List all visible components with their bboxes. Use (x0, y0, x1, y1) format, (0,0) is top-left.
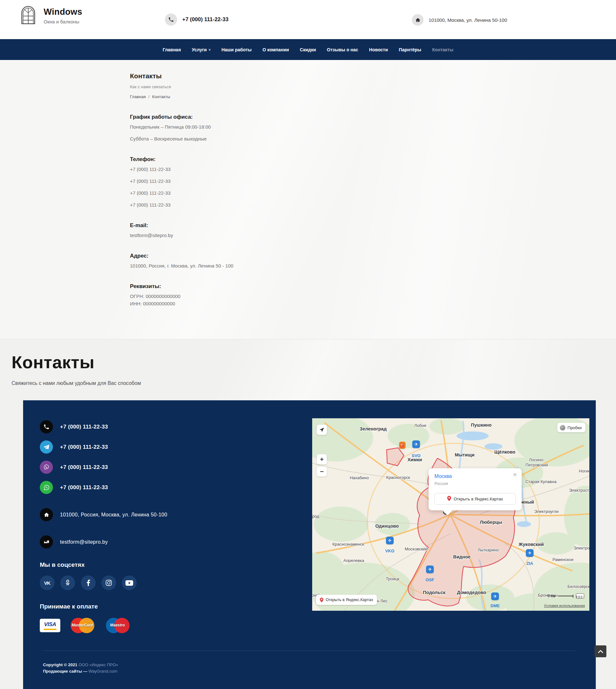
airport-icon-OSF: ✈ (426, 565, 434, 573)
zoom-out-button[interactable]: − (317, 466, 327, 477)
address-value: 101000, Россия, г. Москва, ул. Ленина 50… (130, 263, 616, 268)
traffic-icon (560, 425, 565, 430)
breadcrumb-separator: / (148, 94, 150, 99)
requisites-heading: Реквизиты: (130, 283, 616, 290)
visa-stripe (44, 629, 57, 630)
footer-viber-row[interactable]: +7 (000) 111-22-33 (40, 461, 312, 474)
phone-icon (165, 14, 177, 26)
nav-item-Отзывы о нас[interactable]: Отзывы о нас (327, 47, 358, 52)
header-phone[interactable]: +7 (000) 111-22-33 (165, 14, 228, 26)
footer-phone-value: +7 (000) 111-22-33 (60, 424, 108, 430)
zoom-in-button[interactable]: + (317, 454, 327, 464)
copyright: Copyright © 2021 ООО «Индекс ПРО» Продаю… (43, 662, 589, 674)
maestro-label: Maestro (104, 623, 131, 627)
requisites-lines: ОГРН: 0000000000000ИНН: 000000000000 (130, 293, 616, 306)
map-terms-link[interactable]: Условия использования (544, 604, 585, 607)
map-scale: 9 км (548, 594, 585, 599)
airport-icon-SVO: ✈ (412, 440, 420, 448)
nav-item-Новости[interactable]: Новости (369, 47, 388, 52)
social-icons: VK (40, 575, 312, 590)
instagram-icon[interactable] (102, 575, 116, 590)
footer-email-row[interactable]: testform@sitepro.by (40, 535, 312, 549)
airport-icon-DME: ✈ (491, 593, 499, 600)
phone-lines: +7 (000) 111-22-33+7 (000) 111-22-33+7 (… (130, 166, 616, 207)
open-in-yandex-maps-button[interactable]: Открыть в Яндекс.Картах (316, 595, 377, 605)
nav-item-Услуги[interactable]: Услуги˅ (192, 47, 211, 52)
schedule-lines: Понедельник – Пятница 09:00-18:00Суббота… (130, 124, 616, 141)
poi-icon: ⛽ (399, 442, 405, 449)
yandex-map[interactable]: ЗеленоградЛобняПушкиноМытищиЩёлковоХимки… (312, 418, 589, 611)
phone-line: +7 (000) 111-22-33 (130, 178, 616, 184)
nav-item-Парнтёры[interactable]: Парнтёры (399, 47, 421, 52)
nav-item-label: Парнтёры (399, 47, 421, 52)
footer-viber-value: +7 (000) 111-22-33 (60, 464, 108, 471)
copyright-text: Copyright © 2021 (43, 662, 79, 667)
breadcrumb: Главная / Контакты (130, 94, 616, 99)
nav-item-О компании[interactable]: О компании (262, 47, 289, 52)
brand-name: Windows (44, 7, 82, 17)
phone-icon (40, 420, 53, 434)
phone-line: +7 (000) 111-22-33 (130, 190, 616, 196)
mastercard-badge: MasterCard (69, 617, 95, 634)
window-logo-icon (20, 5, 37, 26)
brand-tagline: Окна и балконы (44, 19, 82, 24)
nav-item-Скидки[interactable]: Скидки (300, 47, 316, 52)
big-contacts-subtitle: Свяжитесь с нами любым удобным для Вас с… (12, 380, 616, 386)
page-subtitle: Как с нами связаться (130, 84, 616, 89)
close-icon[interactable]: ✕ (513, 472, 517, 477)
mail-icon (40, 535, 53, 549)
brand[interactable]: Windows Окна и балконы (20, 5, 82, 26)
scroll-to-top-button[interactable] (594, 645, 607, 657)
contacts-card: +7 (000) 111-22-33+7 (000) 111-22-33+7 (… (23, 400, 596, 689)
card-divider (43, 650, 575, 651)
nav-item-label: О компании (262, 47, 289, 52)
site-header: Windows Окна и балконы +7 (000) 111-22-3… (0, 0, 616, 39)
nav-item-Контакты[interactable]: Контакты (432, 47, 453, 52)
traffic-toggle[interactable]: Пробки (557, 423, 586, 432)
whatsapp-icon (40, 481, 53, 494)
email-value: testform@sitepro.by (130, 232, 616, 238)
footer-whatsapp-value: +7 (000) 111-22-33 (60, 484, 108, 491)
footer-telegram-row[interactable]: +7 (000) 111-22-33 (40, 440, 312, 453)
ok-icon[interactable] (60, 575, 75, 590)
contact-list: +7 (000) 111-22-33+7 (000) 111-22-33+7 (… (40, 418, 312, 634)
map-scale-value: 9 км (548, 594, 556, 598)
breadcrumb-home[interactable]: Главная (130, 94, 146, 99)
made-by-text: Продающие сайты — (43, 669, 89, 674)
map-pin-icon (320, 598, 324, 602)
page-title: Контакты (130, 72, 616, 80)
nav-item-label: Наши работы (221, 47, 251, 52)
header-phone-number[interactable]: +7 (000) 111-22-33 (182, 16, 228, 23)
waygrand-link[interactable]: WayGrand.com (89, 669, 117, 674)
address-heading: Адрес: (130, 253, 616, 259)
popup-city-link[interactable]: Москва (434, 473, 516, 479)
company-link[interactable]: ООО «Индекс ПРО» (79, 662, 118, 667)
popup-open-yandex-button[interactable]: Открыть в Яндекс.Картах (434, 493, 516, 505)
footer-email-value: testform@sitepro.by (60, 539, 108, 545)
geolocate-button[interactable] (317, 425, 327, 435)
nav-item-label: Главная (163, 47, 181, 52)
phone-line: +7 (000) 111-22-33 (130, 202, 616, 207)
youtube-icon[interactable] (122, 575, 137, 590)
home-icon (412, 14, 423, 26)
vk-icon[interactable]: VK (40, 575, 54, 590)
footer-phone-row[interactable]: +7 (000) 111-22-33 (40, 420, 312, 434)
maestro-badge: Maestro (104, 617, 131, 634)
footer-whatsapp-row[interactable]: +7 (000) 111-22-33 (40, 481, 312, 494)
schedule-line: Понедельник – Пятница 09:00-18:00 (130, 124, 616, 130)
footer-address-row[interactable]: 101000, Россия, Москва, ул. Ленина 50-10… (40, 508, 312, 521)
facebook-icon[interactable] (81, 575, 95, 590)
nav-item-Наши работы[interactable]: Наши работы (221, 47, 251, 52)
popup-open-yandex-label: Открыть в Яндекс.Картах (454, 496, 503, 502)
main-nav: ГлавнаяУслуги˅Наши работыО компанииСкидк… (0, 39, 616, 60)
map-background (312, 418, 589, 611)
mastercard-label: MasterCard (69, 623, 95, 627)
nav-item-Главная[interactable]: Главная (163, 47, 181, 52)
airport-icon-ZIA: ✈ (526, 549, 533, 557)
footer-telegram-value: +7 (000) 111-22-33 (60, 444, 108, 450)
ruler-icon[interactable] (576, 594, 584, 599)
visa-label: VISA (44, 621, 56, 628)
nav-item-label: Отзывы о нас (327, 47, 358, 52)
requisites-line: ИНН: 000000000000 (130, 301, 616, 306)
airport-icon-VKO: ✈ (386, 537, 394, 544)
